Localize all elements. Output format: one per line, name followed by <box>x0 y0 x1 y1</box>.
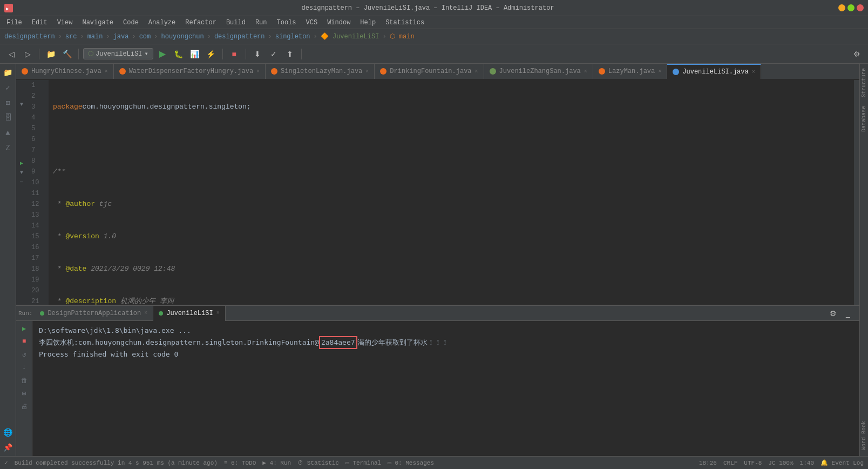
menu-code[interactable]: Code <box>119 18 143 28</box>
debug-button[interactable]: 🐛 <box>172 47 186 61</box>
tab-close-drinkingfountain[interactable]: × <box>475 69 478 75</box>
tab-close-hungrychinesejava[interactable]: × <box>105 69 108 75</box>
run-print-icon[interactable]: 🖨 <box>19 401 30 412</box>
tab-lazyman[interactable]: LazyMan.java × <box>593 64 667 79</box>
vcs-commit-button[interactable]: ✓ <box>267 47 281 61</box>
bottom-minimize-button[interactable]: _ <box>841 306 855 320</box>
status-crlf[interactable]: CRLF <box>723 460 737 466</box>
code-content[interactable]: package com.houyongchun.designpattern.si… <box>49 80 854 305</box>
tab-juvenilezhangsan[interactable]: JuvenileZhangSan.java × <box>484 64 593 79</box>
bottom-tab-designpattern[interactable]: DesignPatternApplication × <box>35 306 153 321</box>
sidebar-tab-db[interactable]: Database <box>860 102 868 136</box>
breadcrumb-com[interactable]: com <box>139 33 151 41</box>
breadcrumb-java[interactable]: java <box>113 33 129 41</box>
run-stop-icon[interactable]: ■ <box>19 336 30 347</box>
forward-button[interactable]: ▷ <box>21 47 35 61</box>
vcs-update-button[interactable]: ⬇ <box>250 47 265 61</box>
code-editor[interactable]: ▼ ▶ ▼ ─ <box>16 80 859 305</box>
status-charset[interactable]: UTF-8 <box>744 460 762 466</box>
breadcrumb-juvenilelisl[interactable]: 🔶 JuvenileLiSI <box>321 32 379 41</box>
tab-close-singletonlazyman[interactable]: × <box>365 69 369 75</box>
stop-button[interactable]: ■ <box>227 47 241 61</box>
bottom-settings-button[interactable]: ⚙ <box>826 306 840 320</box>
run-scroll-end-icon[interactable]: ↓ <box>19 362 30 373</box>
tab-close-juvenilelisi[interactable]: × <box>752 69 755 75</box>
close-button[interactable] <box>857 4 864 11</box>
breadcrumb-designpattern2[interactable]: designpattern <box>214 33 265 41</box>
linenum-10: 10 <box>31 177 44 188</box>
gutter-20 <box>16 266 27 276</box>
menu-analyze[interactable]: Analyze <box>144 18 180 28</box>
bottom-tab-close-juvenilelisi[interactable]: × <box>216 310 220 316</box>
coverage-button[interactable]: 📊 <box>188 47 202 61</box>
tab-hungrychinesejava[interactable]: HungryChinese.java × <box>16 64 114 79</box>
menu-tools[interactable]: Tools <box>273 18 301 28</box>
status-todo[interactable]: ≡ 6: TODO <box>224 460 256 466</box>
run-fold-icon[interactable]: ⊟ <box>19 388 30 399</box>
status-messages[interactable]: ▭ 0: Messages <box>388 459 434 466</box>
sidebar-z-icon[interactable]: Z <box>2 142 15 155</box>
run-play-icon[interactable]: ▶ <box>19 323 30 334</box>
menu-refactor[interactable]: Refactor <box>181 18 221 28</box>
breadcrumb-main[interactable]: main <box>87 33 103 41</box>
sidebar-tab-structure[interactable]: Structure <box>860 64 868 102</box>
tab-close-lazyman[interactable]: × <box>658 69 661 75</box>
breadcrumb-main-method[interactable]: ⬡ main <box>390 32 415 41</box>
tab-close-waterdispenserfactoryhungry[interactable]: × <box>256 69 260 75</box>
sidebar-commit-icon[interactable]: ✓ <box>2 81 15 94</box>
sidebar-project-icon[interactable]: 📁 <box>2 66 15 79</box>
linenum-20: 20 <box>31 285 44 296</box>
tab-juvenilelisi[interactable]: JuvenileLiSI.java × <box>667 64 761 79</box>
menu-view[interactable]: View <box>53 18 77 28</box>
menu-statistics[interactable]: Statistics <box>381 18 429 28</box>
tab-close-juvenilezhangsan[interactable]: × <box>584 69 587 75</box>
menu-edit[interactable]: Edit <box>28 18 52 28</box>
status-eventlog[interactable]: 🔔 Event Log <box>820 459 864 466</box>
menu-file[interactable]: File <box>2 18 26 28</box>
profile-button[interactable]: ⚡ <box>204 47 218 61</box>
sidebar-pin-icon[interactable]: 📌 <box>2 441 15 454</box>
sidebar-web-icon[interactable]: 🌐 <box>2 426 15 439</box>
menu-help[interactable]: Help <box>356 18 380 28</box>
breadcrumb-houyongchun[interactable]: houyongchun <box>161 33 204 41</box>
status-terminal[interactable]: ▭ Terminal <box>345 459 381 466</box>
status-statistic[interactable]: ⏱ Statistic <box>297 459 339 466</box>
run-config-selector[interactable]: ⬡ JuvenileLiSI ▾ <box>83 48 153 59</box>
status-line-col[interactable]: 18:26 <box>699 460 717 466</box>
window-controls <box>838 4 864 11</box>
status-indent[interactable]: JC 100% <box>768 460 793 466</box>
sidebar-maven-icon[interactable]: ▲ <box>2 126 15 139</box>
sidebar-structure-icon[interactable]: ⊞ <box>2 96 15 109</box>
run-rerun-icon[interactable]: ↺ <box>19 349 30 360</box>
vcs-push-button[interactable]: ⬆ <box>283 47 297 61</box>
run-button[interactable]: ▶ <box>155 47 169 61</box>
tab-label-drinkingfountain: DrinkingFountain.java <box>390 68 471 75</box>
maximize-button[interactable] <box>847 4 855 11</box>
breadcrumb-designpattern[interactable]: designpattern <box>4 33 55 41</box>
output-line-3: Process finished with exit code 0 <box>39 349 853 360</box>
editor-scrollbar[interactable] <box>854 80 859 305</box>
bottom-tab-close-designpattern[interactable]: × <box>144 310 147 316</box>
build-button[interactable]: 🔨 <box>60 47 74 61</box>
run-clear-icon[interactable]: 🗑 <box>19 375 30 386</box>
status-run[interactable]: ▶ 4: Run <box>262 459 291 466</box>
status-git[interactable]: 1:40 <box>800 460 814 466</box>
breadcrumb-singleton[interactable]: singleton <box>275 33 310 41</box>
menu-navigate[interactable]: Navigate <box>78 18 118 28</box>
tab-waterdispenserfactoryhungryjava[interactable]: WaterDispenserFactoryHungry.java × <box>114 64 266 79</box>
settings-button[interactable]: ⚙ <box>850 47 864 61</box>
tab-singletonlazymanjavajava[interactable]: SingletonLazyMan.java × <box>266 64 375 79</box>
bottom-tab-juvenilelisi[interactable]: JuvenileLiSI × <box>153 306 225 321</box>
menu-window[interactable]: Window <box>323 18 355 28</box>
back-button[interactable]: ◁ <box>4 47 18 61</box>
menu-vcs[interactable]: VCS <box>302 18 322 28</box>
sidebar-tab-wordbook[interactable]: Word Book <box>860 417 868 454</box>
tab-drinkingfountain[interactable]: DrinkingFountain.java × <box>375 64 484 79</box>
run-dot-designpattern <box>40 311 44 316</box>
breadcrumb-src[interactable]: src <box>65 33 77 41</box>
minimize-button[interactable] <box>838 4 845 11</box>
menu-build[interactable]: Build <box>222 18 250 28</box>
project-button[interactable]: 📁 <box>44 47 58 61</box>
sidebar-db-icon[interactable]: 🗄 <box>2 111 15 124</box>
menu-run[interactable]: Run <box>251 18 272 28</box>
